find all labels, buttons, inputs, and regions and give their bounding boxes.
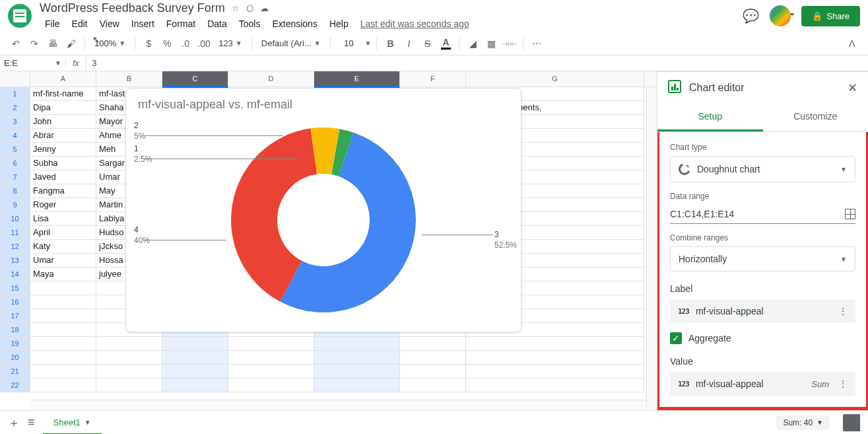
row-header[interactable]: 14 [0, 268, 30, 281]
cell[interactable] [30, 351, 96, 365]
cell[interactable] [162, 379, 228, 392]
row-header[interactable]: 13 [0, 254, 30, 268]
horizontal-scrollbar[interactable] [30, 400, 646, 410]
row-header[interactable]: 11 [0, 226, 30, 240]
cell[interactable] [400, 379, 466, 392]
cell[interactable] [466, 337, 644, 351]
row-header[interactable]: 4 [0, 129, 30, 143]
cell[interactable]: Fangma [30, 184, 96, 198]
cell[interactable]: Abrar [30, 129, 96, 143]
cell[interactable] [228, 351, 314, 365]
more-options-icon[interactable]: ⋮ [838, 379, 848, 389]
column-header-D[interactable]: D [228, 71, 314, 87]
row-header[interactable]: 2 [0, 101, 30, 115]
cell[interactable]: April [30, 226, 96, 240]
value-chip[interactable]: 123 mf-visual-appeal Sum ⋮ [670, 372, 855, 396]
row-header[interactable]: 20 [0, 351, 30, 365]
cell[interactable]: Katy [30, 240, 96, 254]
cell[interactable] [162, 337, 228, 351]
menu-help[interactable]: Help [324, 17, 354, 31]
explore-button[interactable] [843, 414, 860, 431]
dec-decrease-button[interactable]: .0 [178, 36, 193, 52]
cell[interactable] [466, 365, 644, 379]
tab-setup[interactable]: Setup [657, 103, 763, 131]
add-sheet-button[interactable]: ＋ [8, 415, 20, 431]
cell[interactable] [400, 351, 466, 365]
cell[interactable] [96, 337, 162, 351]
cell[interactable]: Jenny [30, 143, 96, 157]
grid-select-icon[interactable] [845, 209, 855, 219]
cell[interactable] [314, 379, 400, 392]
menu-extensions[interactable]: Extensions [267, 17, 322, 31]
cell[interactable] [30, 365, 96, 379]
row-header[interactable]: 3 [0, 115, 30, 129]
undo-button[interactable]: ↶ [8, 36, 24, 52]
comments-icon[interactable]: 💬 [743, 8, 759, 24]
column-header-E[interactable]: E [314, 71, 400, 87]
more-options-icon[interactable]: ⋮ [838, 306, 848, 316]
cell[interactable]: Maya [30, 268, 96, 281]
cell[interactable] [30, 379, 96, 392]
column-header-G[interactable]: G [466, 71, 644, 87]
data-range-field[interactable]: C1:C14,E1:E14 [670, 205, 855, 224]
cell[interactable] [228, 365, 314, 379]
row-header[interactable]: 18 [0, 323, 30, 337]
bold-button[interactable]: B [382, 36, 398, 52]
cell[interactable]: Lisa [30, 212, 96, 226]
row-header[interactable]: 6 [0, 157, 30, 170]
row-header[interactable]: 17 [0, 309, 30, 323]
paint-format-button[interactable]: 🖌 [63, 36, 79, 52]
row-header[interactable]: 7 [0, 170, 30, 184]
cell[interactable] [30, 337, 96, 351]
cell[interactable] [314, 337, 400, 351]
redo-button[interactable]: ↷ [26, 36, 42, 52]
last-edit-link[interactable]: Last edit was seconds ago [355, 17, 475, 31]
meet-icon[interactable] [770, 5, 791, 26]
fontsize-combo[interactable]: 10 [336, 37, 362, 50]
cell[interactable] [400, 365, 466, 379]
row-header[interactable]: 1 [0, 87, 30, 101]
percent-button[interactable]: % [159, 36, 175, 52]
menu-file[interactable]: File [40, 17, 65, 31]
formula-bar[interactable]: 3 [86, 58, 102, 68]
cell[interactable] [314, 351, 400, 365]
merge-button[interactable]: ⇥⇤ [502, 36, 517, 52]
text-color-button[interactable]: A [438, 36, 453, 52]
fill-color-button[interactable]: ◢ [465, 36, 481, 52]
cell[interactable]: Javed [30, 170, 96, 184]
cell[interactable] [30, 295, 96, 309]
cell[interactable] [162, 365, 228, 379]
row-header[interactable]: 9 [0, 198, 30, 212]
row-header[interactable]: 16 [0, 295, 30, 309]
tab-customize[interactable]: Customize [763, 103, 869, 131]
star-icon[interactable]: ☆ [232, 3, 240, 13]
cell[interactable] [466, 379, 644, 392]
menu-format[interactable]: Format [161, 17, 201, 31]
cell[interactable]: mf-first-name [30, 87, 96, 101]
font-combo[interactable]: Default (Ari...▼ [257, 37, 325, 50]
close-sidebar-button[interactable]: ✕ [848, 81, 857, 95]
column-header-F[interactable]: F [400, 71, 466, 87]
row-header[interactable]: 22 [0, 379, 30, 392]
dec-increase-button[interactable]: .00 [196, 36, 212, 52]
row-header[interactable]: 8 [0, 184, 30, 198]
cloud-status-icon[interactable]: ☁ [260, 3, 269, 13]
column-header-A[interactable]: A [30, 71, 96, 87]
more-tools-button[interactable]: ⋯ [529, 36, 545, 52]
cell[interactable] [96, 351, 162, 365]
name-box[interactable]: E:E▼ [0, 58, 66, 68]
column-header-C[interactable]: C [162, 71, 228, 87]
cell[interactable]: Roger [30, 198, 96, 212]
menu-tools[interactable]: Tools [234, 17, 266, 31]
sheets-app-icon[interactable] [8, 4, 32, 28]
row-header[interactable]: 5 [0, 143, 30, 157]
all-sheets-button[interactable]: ≡ [28, 416, 35, 429]
menu-edit[interactable]: Edit [67, 17, 93, 31]
menu-view[interactable]: View [94, 17, 125, 31]
cell[interactable] [228, 379, 314, 392]
cell[interactable] [228, 337, 314, 351]
share-button[interactable]: 🔒 Share [801, 6, 860, 26]
menu-insert[interactable]: Insert [126, 17, 160, 31]
row-header[interactable]: 12 [0, 240, 30, 254]
move-icon[interactable]: ⬡ [246, 3, 253, 13]
